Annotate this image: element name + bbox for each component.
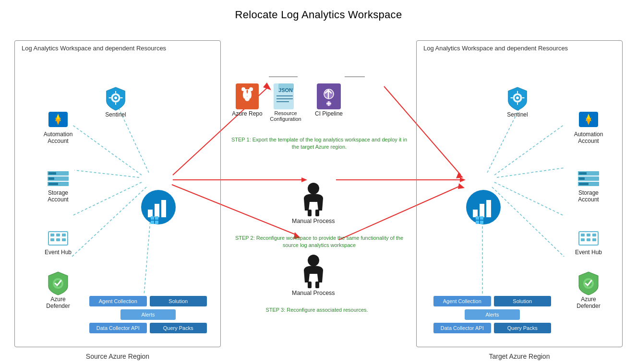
ci-pipeline-icon	[316, 82, 342, 110]
svg-rect-101	[308, 282, 312, 288]
right-automation-label: Automation Account	[574, 131, 603, 144]
svg-rect-71	[581, 238, 585, 241]
svg-point-28	[114, 96, 117, 99]
step1-text: STEP 1: Export the template of the log a…	[230, 136, 408, 151]
svg-rect-54	[155, 221, 158, 224]
azure-repo-label: Azure Repo	[232, 110, 262, 117]
left-sentinel-icon-group: Sentinel	[96, 86, 135, 118]
resource-config-icon: JSON	[272, 82, 300, 110]
svg-point-57	[516, 96, 519, 99]
page-title: Relocate Log Analytics Workspace	[0, 0, 637, 26]
manual-process1-group: Manual Process	[292, 182, 335, 224]
left-automation-icon-group: Automation Account	[39, 108, 77, 144]
svg-rect-43	[56, 238, 60, 241]
left-region-sublabel: Source Azure Region	[15, 352, 220, 360]
right-defender-label: Azure Defender	[577, 296, 600, 309]
svg-rect-50	[161, 200, 166, 217]
right-defender-icon-group: Azure Defender	[569, 271, 608, 309]
person-icon-2	[299, 254, 328, 290]
right-storage-icon	[577, 170, 600, 189]
right-tile-query-packs: Query Packs	[494, 323, 552, 333]
left-eventhub-icon-group: Event Hub	[39, 228, 77, 256]
svg-rect-98	[308, 210, 312, 216]
svg-rect-35	[48, 172, 56, 175]
left-defender-icon-group: Azure Defender	[39, 271, 77, 309]
svg-rect-73	[592, 238, 596, 241]
left-sentinel-label: Sentinel	[105, 111, 126, 118]
left-data-tiles: Agent Collection Solution Alerts Data Co…	[89, 296, 207, 336]
svg-rect-51	[151, 216, 154, 220]
svg-rect-44	[62, 238, 66, 241]
right-eventhub-icon-group: Event Hub	[569, 228, 608, 256]
svg-rect-65	[579, 177, 585, 180]
right-tile-alerts: Alerts	[465, 309, 520, 320]
svg-rect-64	[579, 172, 587, 175]
defender-icon	[47, 271, 70, 296]
right-defender-icon	[577, 271, 600, 296]
right-region-box: Log Analytics Workspace and dependent Re…	[416, 40, 623, 347]
svg-rect-83	[480, 221, 483, 224]
right-tile-agent-collection: Agent Collection	[433, 296, 491, 306]
svg-rect-81	[480, 216, 483, 220]
svg-point-86	[241, 87, 245, 91]
left-region-box: Log Analytics Workspace and dependent Re…	[14, 40, 221, 347]
resource-config-label: Resource Configuration	[270, 110, 301, 122]
right-workspace-icon-group	[462, 189, 505, 227]
person-icon-1	[299, 182, 328, 218]
right-region-sublabel: Target Azure Region	[417, 352, 622, 360]
left-storage-icon-group: Storage Account	[39, 170, 77, 203]
eventhub-icon	[48, 228, 69, 249]
step3-text: STEP 3: Reconfigure associated resources…	[259, 306, 374, 314]
svg-rect-39	[50, 234, 54, 236]
automation-icon	[47, 108, 70, 131]
right-automation-icon-group: Automation Account	[569, 108, 608, 144]
left-tile-data-collector: Data Collector API	[89, 323, 147, 333]
right-eventhub-label: Event Hub	[575, 249, 602, 256]
right-eventhub-icon	[578, 228, 599, 249]
diagram-area: Log Analytics Workspace and dependent Re…	[0, 26, 637, 362]
svg-rect-78	[480, 204, 484, 217]
resource-config-group: JSON Resource Configuration	[264, 82, 307, 122]
right-region-label: Log Analytics Workspace and dependent Re…	[423, 45, 568, 52]
manual-process1-label: Manual Process	[292, 218, 335, 224]
right-tile-solution: Solution	[494, 296, 552, 306]
svg-text:JSON: JSON	[278, 87, 293, 93]
left-region-label: Log Analytics Workspace and dependent Re…	[22, 45, 166, 52]
svg-rect-53	[151, 221, 154, 224]
svg-rect-36	[48, 177, 54, 180]
center-area: Azure Repo JSON Resource Configuration	[221, 40, 416, 347]
right-sentinel-icon	[506, 86, 529, 111]
svg-point-97	[308, 183, 319, 194]
right-storage-icon-group: Storage Account	[569, 170, 608, 203]
svg-rect-69	[587, 234, 590, 236]
svg-rect-48	[148, 210, 153, 217]
storage-icon	[47, 170, 70, 189]
svg-point-87	[249, 87, 253, 91]
svg-rect-41	[62, 234, 66, 236]
left-storage-label: Storage Account	[48, 189, 68, 203]
right-workspace-icon	[462, 189, 505, 225]
azure-repo-icon	[235, 82, 260, 110]
right-data-tiles: Agent Collection Solution Alerts Data Co…	[433, 296, 551, 336]
right-tile-data-collector: Data Collector API	[433, 323, 491, 333]
left-tile-query-packs: Query Packs	[150, 323, 207, 333]
manual-process2-group: Manual Process	[292, 254, 335, 296]
left-defender-label: Azure Defender	[46, 296, 70, 309]
svg-rect-72	[587, 238, 590, 241]
svg-rect-77	[473, 210, 478, 217]
left-eventhub-label: Event Hub	[45, 249, 72, 256]
right-sentinel-icon-group: Sentinel	[498, 86, 537, 118]
right-storage-label: Storage Account	[578, 189, 599, 203]
svg-rect-99	[315, 210, 319, 216]
svg-rect-37	[48, 183, 58, 185]
right-sentinel-label: Sentinel	[507, 111, 528, 118]
svg-rect-42	[50, 238, 54, 241]
svg-point-85	[245, 96, 250, 101]
ci-pipeline-label: CI Pipeline	[315, 110, 343, 117]
svg-rect-80	[476, 216, 479, 220]
left-workspace-icon	[137, 189, 180, 225]
left-tile-alerts: Alerts	[120, 309, 176, 320]
left-tile-solution: Solution	[150, 296, 207, 306]
svg-rect-70	[592, 234, 596, 236]
left-tile-agent-collection: Agent Collection	[89, 296, 147, 306]
